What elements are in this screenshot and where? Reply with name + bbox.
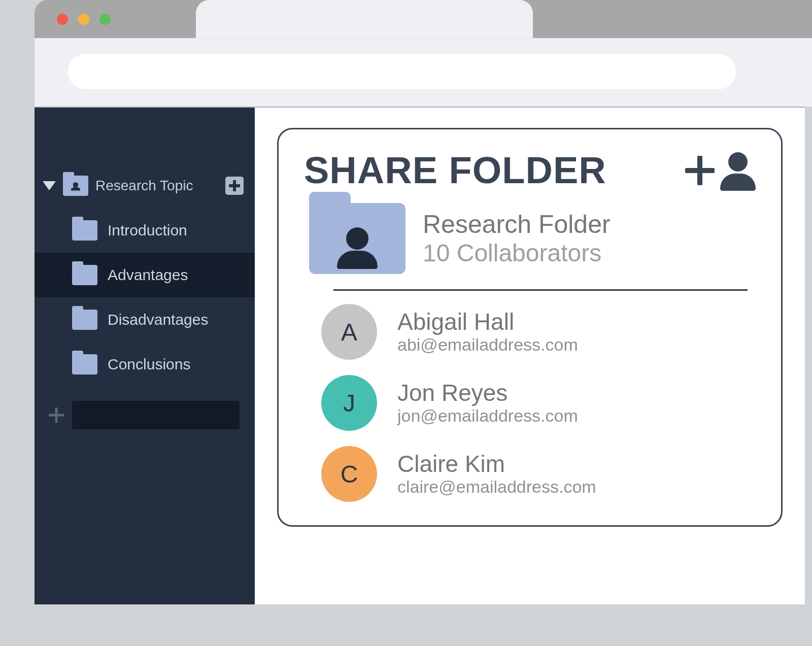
app-window: Research Topic Introduction Advantages D… (35, 107, 805, 604)
collaborator-name: Jon Reyes (397, 380, 578, 406)
avatar: C (321, 446, 377, 502)
collaborator-list: A Abigail Hall abi@emailaddress.com J Jo… (304, 304, 756, 502)
panel-header: SHARE FOLDER (304, 149, 756, 192)
folder-icon (72, 354, 97, 375)
sidebar-root-label: Research Topic (95, 178, 218, 194)
collaborator-name: Claire Kim (397, 451, 596, 477)
sidebar-item-advantages[interactable]: Advantages (35, 253, 255, 297)
folder-icon (72, 310, 97, 330)
sidebar-item-label: Advantages (108, 266, 188, 284)
collaborator-info: Abigail Hall abi@emailaddress.com (397, 309, 578, 355)
sidebar-item-conclusions[interactable]: Conclusions (35, 342, 255, 387)
folder-name: Research Folder (423, 210, 611, 240)
plus-icon (685, 155, 715, 186)
collaborator-email: claire@emailaddress.com (397, 477, 596, 497)
sidebar: Research Topic Introduction Advantages D… (35, 108, 255, 604)
collaborator-info: Claire Kim claire@emailaddress.com (397, 451, 596, 497)
panel-title: SHARE FOLDER (304, 149, 606, 192)
browser-tab[interactable] (196, 0, 533, 38)
shared-folder-icon (309, 203, 405, 274)
sidebar-add-row[interactable] (35, 393, 255, 437)
collaborator-row[interactable]: C Claire Kim claire@emailaddress.com (321, 446, 756, 502)
collaborator-row[interactable]: A Abigail Hall abi@emailaddress.com (321, 304, 756, 360)
minimize-window-icon[interactable] (78, 14, 89, 25)
sidebar-item-introduction[interactable]: Introduction (35, 208, 255, 253)
close-window-icon[interactable] (57, 14, 68, 25)
sidebar-item-disadvantages[interactable]: Disadvantages (35, 297, 255, 342)
collaborator-email: abi@emailaddress.com (397, 335, 578, 355)
url-bar[interactable] (68, 54, 736, 89)
add-folder-button[interactable] (225, 177, 244, 195)
folder-icon (72, 265, 97, 285)
person-icon (337, 227, 378, 269)
new-item-input[interactable] (72, 401, 240, 429)
avatar: J (321, 375, 377, 431)
folder-icon (72, 220, 97, 241)
sidebar-item-label: Introduction (108, 222, 187, 239)
window-controls (57, 14, 111, 25)
divider (333, 289, 748, 291)
chevron-down-icon[interactable] (43, 181, 56, 190)
plus-icon[interactable] (48, 406, 65, 424)
collaborator-email: jon@emailaddress.com (397, 406, 578, 426)
sidebar-item-label: Conclusions (108, 356, 190, 373)
collaborator-count: 10 Collaborators (423, 239, 611, 267)
avatar: A (321, 304, 377, 360)
maximize-window-icon[interactable] (99, 14, 111, 25)
folder-summary: Research Folder 10 Collaborators (304, 203, 756, 274)
browser-top-bar (35, 0, 812, 38)
share-folder-panel: SHARE FOLDER Research Folder 10 Collabor… (277, 128, 783, 527)
collaborator-info: Jon Reyes jon@emailaddress.com (397, 380, 578, 426)
collaborator-row[interactable]: J Jon Reyes jon@emailaddress.com (321, 375, 756, 431)
person-icon (720, 150, 756, 191)
shared-folder-icon (63, 176, 88, 196)
sidebar-item-label: Disadvantages (108, 311, 208, 328)
add-collaborator-button[interactable] (685, 150, 756, 191)
sidebar-root-row[interactable]: Research Topic (35, 163, 255, 208)
collaborator-name: Abigail Hall (397, 309, 578, 335)
folder-meta: Research Folder 10 Collaborators (423, 210, 611, 267)
main-content: SHARE FOLDER Research Folder 10 Collabor… (255, 108, 805, 604)
browser-url-area (35, 38, 812, 107)
